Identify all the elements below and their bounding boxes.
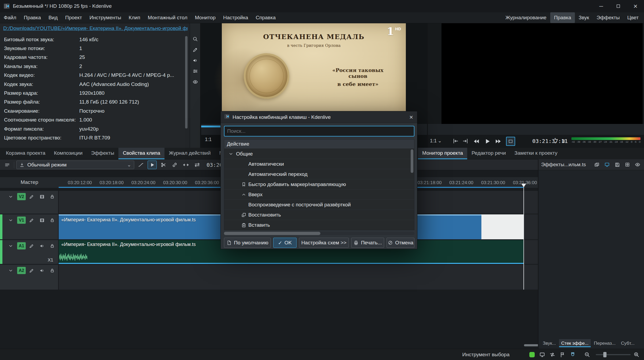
menu-help[interactable]: Справка [252,12,279,23]
tab-subtitles[interactable]: Субт... [619,339,637,347]
shortcut-group-row[interactable]: Общие [224,149,414,159]
dialog-close-button[interactable]: × [405,111,417,123]
tab-effects[interactable]: Эффекты [87,148,118,159]
tab-undo-history[interactable]: Журнал действий [164,148,215,159]
timeline-hscrollbar[interactable] [524,344,538,346]
timecode-spinner[interactable]: ▴ ▾ [554,136,556,145]
track-lane-a2[interactable] [59,265,538,290]
clip-file-link[interactable]: D:/Downloads/YOUTUBE/«Империя- Екатерина… [3,25,188,31]
menu-monitor[interactable]: Монитор [191,12,219,23]
shortcut-action-row[interactable]: Автоматический переход [224,169,414,179]
maximize-button[interactable] [610,0,627,12]
project-monitor-ruler[interactable] [428,124,644,135]
timeline-zoom-slider[interactable] [596,354,631,355]
defaults-button[interactable]: По умолчанию [224,238,271,248]
lock-track-icon[interactable] [49,267,55,274]
menu-project[interactable]: Проект [61,12,86,23]
menu-timeline[interactable]: Монтажный стол [144,12,191,23]
playhead-line[interactable] [523,187,524,290]
shortcut-action-row[interactable]: Автоматически [224,159,414,169]
track-target-badge[interactable]: A2 [17,267,26,274]
insert-zone-button[interactable] [148,161,157,169]
video-frame[interactable]: 1 HD ОТЧЕКАНЕНА МЕДАЛЬ в честь Григория … [222,23,406,124]
track-target-badge[interactable]: V1 [17,217,26,224]
tab-project-monitor[interactable]: Монитор проекта [418,148,467,159]
edit-track-icon[interactable] [28,243,35,249]
collapse-track-icon[interactable] [8,194,14,200]
preview-button[interactable] [191,78,199,86]
ok-button[interactable]: ✓ OK [273,238,297,248]
properties-scrollbar[interactable] [185,36,188,141]
swap-button[interactable] [549,351,556,358]
layout-color[interactable]: Цвет [623,12,642,23]
layout-logging[interactable]: Журналирование [502,12,550,23]
zoom-search-button[interactable] [191,35,199,43]
track-header-a2[interactable]: A2 [0,265,59,290]
shortcut-action-row[interactable]: Восстановить [224,210,414,220]
cache-status-indicator[interactable] [528,351,536,358]
track-header-v1[interactable]: V1 [0,214,59,239]
action-column-header[interactable]: Действие [224,139,414,149]
show-effects-button[interactable] [634,161,641,168]
analysis-button[interactable] [191,67,199,75]
skip-back-button[interactable] [473,138,480,146]
video-clip-selected-segment[interactable] [481,214,524,239]
snap-button[interactable] [569,351,576,358]
zoom-out-button[interactable] [583,351,591,358]
effect-zone-button[interactable] [624,161,631,168]
expander-icon[interactable] [228,151,234,157]
zone-in-button[interactable] [452,138,459,144]
dialog-vscrollbar[interactable] [411,149,413,230]
lock-track-icon[interactable] [49,217,55,223]
close-button[interactable]: × [627,0,644,12]
manage-schemes-button[interactable]: Настройка схем >> [299,238,349,248]
edit-track-icon[interactable] [28,217,35,223]
tab-remap[interactable]: Переназ... [592,339,618,347]
menu-view[interactable]: Вид [45,12,61,23]
layout-editing[interactable]: Правка [550,12,575,23]
loop-zone-button[interactable] [506,137,515,146]
shortcut-action-row[interactable]: Вставить [224,220,414,230]
edit-mode-dropdown[interactable]: Обычный режим ⌄ [16,161,134,169]
tab-speech-editor[interactable]: Редактор речи [467,148,510,159]
tab-project-notes[interactable]: Заметки к проекту [510,148,561,159]
compare-effect-button[interactable] [603,161,611,168]
menu-clip[interactable]: Клип [125,12,144,23]
collapse-track-icon[interactable] [8,243,14,249]
shortcut-action-row[interactable]: Вверх [224,190,414,200]
skip-forward-button[interactable] [495,138,502,146]
edit-clip-button[interactable] [191,46,199,54]
project-video-frame[interactable] [441,23,643,124]
preview-monitor-button[interactable] [538,351,546,358]
menu-file[interactable]: Файл [0,12,20,23]
shortcut-action-row[interactable]: Воспроизведение с построчной развёрткой [224,200,414,210]
tab-compositions[interactable]: Композиции [50,148,87,159]
audio-properties-button[interactable] [191,56,199,65]
shortcut-search-input[interactable] [224,126,414,137]
minimize-button[interactable]: ─ [593,0,610,12]
tab-project-bin[interactable]: Корзина проекта [2,148,50,159]
mute-track-icon[interactable] [39,243,45,249]
menu-settings[interactable]: Настройка [219,12,252,23]
spacer-tool-button[interactable] [181,161,190,169]
menu-edit[interactable]: Правка [20,12,45,23]
save-effect-button[interactable] [613,161,621,168]
layout-audio[interactable]: Звук [575,12,593,23]
dialog-titlebar[interactable]: Настройка комбинаций клавиш - Kdenlive × [221,111,417,123]
print-button[interactable]: Печать... [351,238,384,248]
edit-track-icon[interactable] [28,194,35,200]
lock-track-icon[interactable] [49,243,55,249]
tab-clip-properties[interactable]: Свойства клипа [118,148,164,159]
link-clips-button[interactable] [170,161,179,169]
lock-track-icon[interactable] [49,194,55,200]
video-track-icon[interactable] [39,194,45,200]
track-header-v2[interactable]: V2 [0,191,59,214]
mute-track-icon[interactable] [39,267,45,274]
tab-audio-mixer[interactable]: Звук... [541,339,558,347]
tab-effect-stack[interactable]: Стек эффе... [559,339,591,347]
cancel-button[interactable]: Отмена [387,238,414,248]
copy-effect-button[interactable] [593,161,601,168]
project-monitor-zoom[interactable]: 1:1⌄ [430,138,442,144]
edit-track-icon[interactable] [28,267,35,274]
playhead-marker[interactable] [521,184,526,187]
